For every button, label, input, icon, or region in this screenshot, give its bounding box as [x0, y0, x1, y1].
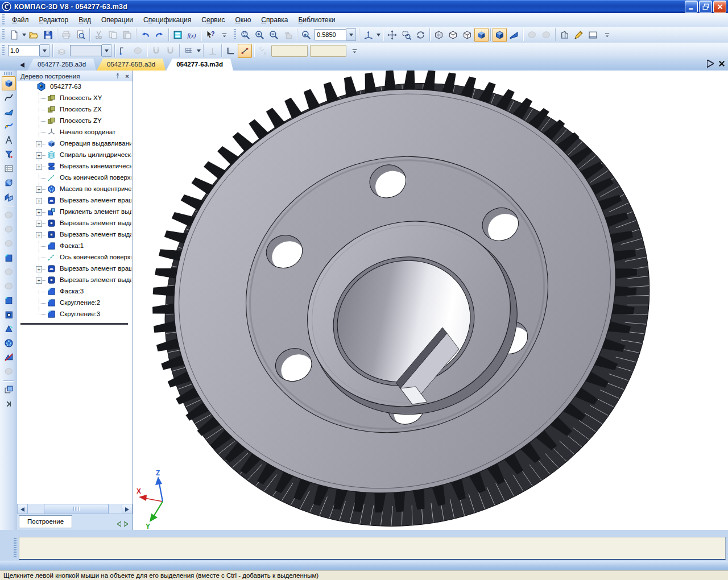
- zoomframe-icon[interactable]: [238, 28, 253, 42]
- coordinate-field[interactable]: [271, 45, 308, 57]
- tbchev-icon[interactable]: [348, 44, 362, 58]
- ribi-icon[interactable]: [2, 350, 16, 364]
- menu-item-файл[interactable]: Файл: [7, 13, 34, 27]
- fx-icon[interactable]: f(x): [185, 28, 199, 42]
- draft-icon[interactable]: [2, 322, 16, 336]
- pencil-icon[interactable]: [572, 28, 586, 42]
- menu-item-справка[interactable]: Справка: [256, 13, 293, 27]
- zoomout-icon[interactable]: [267, 28, 281, 42]
- chevron-down-icon[interactable]: [196, 44, 201, 57]
- cubeshade2-icon[interactable]: [493, 28, 507, 42]
- menu-item-операции[interactable]: Операции: [96, 13, 138, 27]
- cubehalf-icon[interactable]: [507, 28, 521, 42]
- tree-item[interactable]: +Массив по концентрической: [17, 184, 133, 195]
- cubethin-icon[interactable]: [460, 28, 474, 42]
- curve3d-icon[interactable]: [2, 119, 16, 133]
- combo-value[interactable]: [70, 45, 102, 56]
- chevexp-icon[interactable]: [2, 397, 16, 411]
- preview-icon[interactable]: [73, 28, 88, 42]
- tree-item[interactable]: +Спираль цилиндрическая:3: [17, 150, 133, 161]
- minimize-button[interactable]: [685, 1, 698, 13]
- toolbar-grip[interactable]: [4, 72, 13, 75]
- tab-next-icon[interactable]: [124, 519, 128, 529]
- scrollbar-track[interactable]: [28, 504, 122, 513]
- tree-item[interactable]: +Вырезать элемент вращени: [17, 263, 133, 275]
- varwin-icon[interactable]: [171, 28, 185, 42]
- save-icon[interactable]: [41, 28, 55, 42]
- document-tab[interactable]: 054277-63.m3d: [166, 59, 233, 71]
- zoomscale-icon[interactable]: ±: [299, 28, 313, 42]
- tabs-scroll-left-button[interactable]: [18, 60, 26, 69]
- menu-item-спецификация[interactable]: Спецификация: [138, 13, 196, 27]
- loftop-icon[interactable]: [2, 190, 16, 204]
- chevron-down-icon[interactable]: [40, 44, 49, 57]
- cubehid-icon[interactable]: [446, 28, 460, 42]
- spectable-icon[interactable]: [2, 161, 16, 176]
- crane-icon[interactable]: [557, 28, 572, 42]
- snapset-icon[interactable]: [117, 44, 131, 58]
- document-tab[interactable]: 054277-65В.a3d: [97, 59, 166, 71]
- tbchev-icon[interactable]: [600, 28, 614, 42]
- combo-value[interactable]: 1.0: [8, 45, 40, 56]
- helpptr-icon[interactable]: ?: [203, 28, 217, 42]
- menu-item-вид[interactable]: Вид: [73, 13, 96, 27]
- tree-item[interactable]: +Операция выдавливания:1: [17, 138, 133, 150]
- close-button[interactable]: [713, 1, 726, 13]
- snap-icon[interactable]: [238, 44, 252, 58]
- zoomarea-icon[interactable]: [399, 28, 413, 42]
- chevron-down-icon[interactable]: [102, 44, 111, 57]
- model-viewport[interactable]: XZY: [133, 71, 728, 530]
- zoomin-icon[interactable]: [253, 28, 267, 42]
- tab-prev-icon[interactable]: [117, 519, 121, 529]
- tree-end-marker[interactable]: [20, 323, 128, 325]
- undo-icon[interactable]: [138, 28, 152, 42]
- tree-item[interactable]: +Вырезать элемент выдавли: [17, 218, 133, 229]
- tree-root-item[interactable]: 054277-63: [17, 81, 133, 93]
- tree-item[interactable]: +Вырезать элемент вращени: [17, 195, 133, 206]
- tree-item[interactable]: Ось конической поверхност: [17, 172, 133, 184]
- redo-icon[interactable]: [152, 28, 167, 42]
- gear-3d-model[interactable]: XZY: [133, 71, 728, 530]
- tree-item[interactable]: +Приклеить элемент выдавл: [17, 206, 133, 218]
- tbchev-icon[interactable]: [217, 28, 231, 42]
- new-icon[interactable]: [7, 28, 21, 42]
- rotate-icon[interactable]: [413, 28, 428, 42]
- tree-item[interactable]: +Вырезать кинематический з: [17, 161, 133, 172]
- filter-icon[interactable]: [2, 147, 16, 161]
- menu-item-библиотеки[interactable]: Библиотеки: [293, 13, 340, 27]
- tree-item[interactable]: Начало координат: [17, 127, 133, 138]
- arrayi-icon[interactable]: [2, 336, 16, 350]
- toolbar-grip[interactable]: [234, 29, 236, 40]
- chamferi-icon[interactable]: [2, 293, 16, 308]
- step-combo[interactable]: 1.0: [8, 44, 49, 57]
- ortho-icon[interactable]: [224, 44, 238, 58]
- close-panel-icon[interactable]: ×: [123, 72, 131, 80]
- restore-button[interactable]: [699, 1, 712, 13]
- chevron-down-icon[interactable]: [375, 28, 381, 42]
- cubeshade-icon[interactable]: [474, 28, 489, 42]
- tree-item[interactable]: Ось конической поверхност: [17, 252, 133, 263]
- spline-icon[interactable]: [2, 90, 16, 105]
- tabs-scroll-right-button[interactable]: [707, 60, 714, 67]
- tree-horizontal-scrollbar[interactable]: [17, 504, 133, 513]
- tree-item[interactable]: Фаска:3: [17, 286, 133, 297]
- property-bar-drag-handle[interactable]: [14, 538, 16, 558]
- tree-item[interactable]: Плоскость ZY: [17, 115, 133, 127]
- disabled-combo[interactable]: [70, 44, 111, 57]
- extrudeop-icon[interactable]: [2, 176, 16, 190]
- document-tab[interactable]: 054277-25В.a3d: [27, 59, 96, 71]
- tree-item[interactable]: Скругление:3: [17, 309, 133, 320]
- scrollbar-thumb[interactable]: [44, 504, 109, 514]
- move-icon[interactable]: [385, 28, 399, 42]
- grid-icon[interactable]: [181, 44, 196, 58]
- chevron-down-icon[interactable]: [346, 28, 356, 41]
- components-icon[interactable]: [2, 383, 16, 397]
- chevron-down-icon[interactable]: [21, 28, 27, 42]
- toolbar-grip[interactable]: [2, 14, 5, 26]
- tree-item[interactable]: Скругление:2: [17, 297, 133, 309]
- proppanel-icon[interactable]: [586, 28, 600, 42]
- tree-item[interactable]: Фаска:1: [17, 241, 133, 252]
- menu-item-редактор[interactable]: Редактор: [34, 13, 74, 27]
- tree-item[interactable]: +Вырезать элемент выдавли: [17, 229, 133, 241]
- toolbar-grip[interactable]: [2, 29, 5, 40]
